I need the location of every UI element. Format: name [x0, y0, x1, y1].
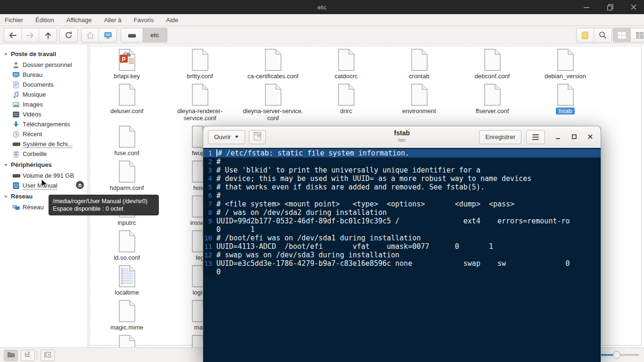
menu-affichage[interactable]: Affichage: [66, 16, 92, 24]
breadcrumb-etc-button[interactable]: etc: [143, 28, 167, 42]
sidebar-item-volume-de-991-gb[interactable]: Volume de 991 GB: [0, 171, 88, 181]
editor-headerbar[interactable]: Ouvrir fstab /etc Enregistrer: [203, 126, 601, 148]
home-button[interactable]: [82, 28, 99, 42]
computer-button[interactable]: [99, 28, 116, 42]
show-treeview-button[interactable]: [21, 350, 35, 361]
device-tooltip: /media/roger/User Manual (/dev/sr0) Espa…: [49, 195, 159, 215]
file-ffserver.conf[interactable]: ffserver.conf: [456, 83, 528, 115]
section-label: Périphériques: [11, 161, 52, 168]
file-label: dleyna-renderer- service.conf: [177, 107, 223, 122]
file-fuse.conf[interactable]: fuse.conf: [91, 125, 163, 156]
sidebar-item-musique[interactable]: Musique: [0, 90, 88, 99]
sidebar-item-r-cent[interactable]: Récent: [0, 129, 88, 139]
editor-minimize-icon[interactable]: [555, 133, 561, 141]
breadcrumb-drive-button[interactable]: [121, 28, 143, 42]
editor-line-4[interactable]: 4# device; this may be used with UUID= a…: [203, 174, 601, 183]
editor-line-5[interactable]: 5# that works even if disks are added an…: [203, 183, 601, 191]
sidebar-item-corbeille[interactable]: Corbeille: [0, 149, 88, 159]
editor-line-8[interactable]: 8# / was on /dev/sda2 during installatio…: [203, 208, 601, 217]
editor-text-area[interactable]: 1# /etc/fstab: static file system inform…: [203, 148, 601, 362]
editor-close-icon[interactable]: [587, 133, 593, 141]
editor-line-9[interactable]: 9UUID=99d2b177-0532-46df-89df-bc01c19c39…: [203, 217, 601, 225]
section-label: Poste de travail: [11, 50, 56, 58]
menu-aller[interactable]: Aller à: [104, 16, 122, 24]
home-icon: [86, 32, 94, 39]
close-icon[interactable]: [630, 3, 637, 11]
editor-line-1[interactable]: 1# /etc/fstab: static file system inform…: [203, 149, 601, 157]
file-magic.mime[interactable]: magic.mime: [91, 300, 163, 331]
file-fstab[interactable]: fstab: [529, 83, 601, 115]
menu-fichier[interactable]: Fichier: [5, 16, 23, 24]
file-partial[interactable]: [91, 335, 163, 347]
sidebar-item-documents[interactable]: Documents: [0, 80, 88, 90]
refresh-button[interactable]: [60, 28, 77, 42]
file-dleyna-renderer-service.conf[interactable]: dleyna-renderer- service.conf: [164, 83, 236, 122]
forward-button[interactable]: [22, 28, 39, 42]
sidebar-section-poste-de-travail[interactable]: Poste de travail: [0, 48, 88, 60]
editor-line-11[interactable]: 11UUID=4113-ADCD /boot/efi vfat umask=00…: [203, 242, 601, 251]
file-label: inputrc: [117, 219, 136, 226]
file-drirc[interactable]: drirc: [310, 83, 382, 115]
zoom-slider-handle[interactable]: [613, 351, 620, 359]
file-ca-certificates.conf[interactable]: ca-certificates.conf: [237, 49, 309, 80]
sidebar-item-user-manual[interactable]: User Manual: [0, 181, 88, 190]
sidebar-item-label: Images: [23, 101, 43, 108]
file-brltty.conf[interactable]: brltty.conf: [164, 49, 236, 80]
sidebar-item-syst-me-de-fichi-[interactable]: Système de fichi...: [0, 139, 88, 149]
minimize-icon[interactable]: [583, 3, 590, 11]
editor-line-wrap[interactable]: 0: [203, 268, 601, 276]
sidebar-item-dossier-personnel[interactable]: Dossier personnel: [0, 60, 88, 70]
editor-line-10[interactable]: 10# /boot/efi was on /dev/sda1 during in…: [203, 234, 601, 242]
file-hdparm.conf[interactable]: hdparm.conf: [91, 160, 163, 191]
sidebar-item-bureau[interactable]: Bureau: [0, 70, 88, 80]
menu-dition[interactable]: Édition: [35, 16, 54, 24]
expander-icon[interactable]: [4, 50, 8, 58]
icon-view-button[interactable]: [613, 28, 631, 42]
file-icon: [483, 49, 502, 71]
editor-line-3[interactable]: 3# Use 'blkid' to print the universally …: [203, 166, 601, 174]
location-bar-button[interactable]: [577, 28, 594, 42]
sidebar-section-p-riph-riques[interactable]: Périphériques: [0, 159, 88, 171]
expander-icon[interactable]: [4, 193, 8, 200]
file-icon: [556, 49, 575, 71]
eject-button[interactable]: [76, 181, 84, 189]
file-label: debian_version: [545, 73, 586, 80]
hide-sidebar-button[interactable]: [41, 350, 55, 361]
file-environment[interactable]: environment: [383, 83, 455, 115]
show-places-button[interactable]: [4, 350, 18, 361]
menu-favoris[interactable]: Favoris: [134, 16, 154, 24]
restore-icon[interactable]: [606, 3, 614, 11]
file-debconf.conf[interactable]: debconf.conf: [456, 49, 528, 80]
search-button[interactable]: [594, 28, 611, 42]
editor-maximize-icon[interactable]: [571, 133, 577, 141]
file-deluser.conf[interactable]: deluser.conf: [91, 83, 163, 115]
editor-line-7[interactable]: 7# <file system> <mount point> <type> <o…: [203, 200, 601, 208]
sidebar-item-t-l-chargements[interactable]: Téléchargements: [0, 119, 88, 129]
editor-line-13[interactable]: 13UUID=e3c5dd3e-1786-4279-b9a7-c83e16e85…: [203, 259, 601, 268]
file-brlapi.key[interactable]: Pbrlapi.key: [91, 49, 163, 80]
menu-aide[interactable]: Aide: [166, 16, 178, 24]
editor-line-wrap[interactable]: 0 1: [203, 225, 601, 234]
save-button[interactable]: Enregistrer: [479, 130, 521, 144]
menu-button[interactable]: [526, 130, 545, 144]
file-debian_version[interactable]: debian_version: [529, 49, 601, 80]
breadcrumb: etc: [121, 28, 167, 42]
expander-icon[interactable]: [4, 161, 8, 168]
sidebar-item-images[interactable]: Images: [0, 99, 88, 109]
up-button[interactable]: [39, 28, 57, 42]
new-document-button[interactable]: [249, 130, 266, 144]
editor-line-6[interactable]: 6#: [203, 191, 601, 200]
file-localtime[interactable]: localtime: [91, 265, 163, 296]
file-catdocrc[interactable]: catdocrc: [310, 49, 382, 80]
compact-view-button[interactable]: [631, 28, 644, 42]
editor-line-12[interactable]: 12# swap was on /dev/sda3 during install…: [203, 251, 601, 259]
line-number: 3: [203, 166, 215, 174]
open-button[interactable]: Ouvrir: [208, 130, 245, 144]
editor-line-2[interactable]: 2#: [203, 157, 601, 166]
sidebar-item-vid-os[interactable]: Vidéos: [0, 109, 88, 119]
file-dleyna-server-service.conf[interactable]: dleyna-server-service. conf: [237, 83, 309, 122]
zoom-slider[interactable]: [600, 353, 639, 357]
back-button[interactable]: [4, 28, 22, 42]
file-ld.so.conf[interactable]: ld.so.conf: [91, 230, 163, 261]
file-crontab[interactable]: crontab: [383, 49, 455, 80]
